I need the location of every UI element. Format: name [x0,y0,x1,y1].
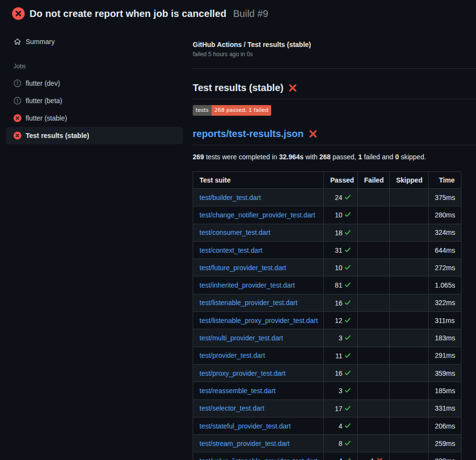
passed-value: 12 [335,317,342,324]
table-row: test/consumer_test.dart 18 324ms [193,224,461,241]
passed-cell: 12 [324,312,358,329]
page-title: Do not create report when job is cancell… [30,8,227,19]
failed-cell [358,276,390,294]
cross-mark-icon [308,129,318,138]
passed-count: 268 [320,153,331,161]
check-icon [344,229,351,236]
suite-link[interactable]: test/listenable_provider_test.dart [200,299,297,307]
time-cell: 302ms [429,452,461,460]
passed-cell: 10 [324,206,358,224]
summary-text: tests were completed in [204,153,279,161]
suite-cell: test/context_test.dart [193,241,324,259]
suite-link[interactable]: test/builder_test.dart [200,194,261,201]
home-icon [14,38,21,46]
passed-value: 24 [335,194,342,201]
passed-value: 10 [335,264,342,272]
report-file-link[interactable]: reports/test-results.json [193,127,304,140]
failed-cell [358,364,390,382]
passed-cell: 4 [324,452,358,460]
passed-value: 31 [335,246,342,254]
col-time: Time [429,172,461,189]
suite-link[interactable]: test/proxy_provider_test.dart [200,369,285,377]
suite-link[interactable]: test/future_provider_test.dart [200,264,286,272]
passed-cell: 17 [324,399,358,417]
suite-link[interactable]: test/stream_provider_test.dart [200,440,290,447]
x-icon [376,457,383,460]
failed-cell [358,189,390,206]
sidebar-item-summary[interactable]: Summary [6,33,183,50]
failed-cell [358,399,390,417]
table-row: test/proxy_provider_test.dart 16 359ms [193,364,461,382]
sidebar-item-flutter-stable[interactable]: flutter (stable) [6,109,183,127]
summary-text: skipped. [399,153,426,161]
stopped-octagon-icon [14,79,21,87]
sidebar-item-flutter-dev[interactable]: flutter (dev) [6,75,183,92]
time-cell: 185ms [429,382,461,399]
suite-link[interactable]: test/provider_test.dart [200,352,265,359]
suite-cell: test/future_provider_test.dart [193,259,324,276]
sidebar-item-label: Test results (stable) [26,132,89,139]
suite-link[interactable]: test/reassemble_test.dart [200,387,276,395]
col-passed: Passed [324,172,358,189]
summary-text: with [304,153,320,161]
table-row: test/inherited_provider_test.dart 81 1.0… [193,276,461,294]
passed-cell: 18 [324,224,358,241]
sidebar-item-flutter-beta[interactable]: flutter (beta) [6,92,183,109]
suite-cell: test/proxy_provider_test.dart [193,364,324,382]
time-cell: 280ms [429,206,461,224]
passed-cell: 81 [324,276,358,294]
table-row: test/change_notifier_provider_test.dart … [193,206,461,224]
skipped-cell [390,347,429,364]
sidebar: Summary Jobs flutter (dev) flutter (beta… [0,26,189,144]
time-cell: 359ms [429,364,461,382]
time-cell: 375ms [429,189,461,206]
passed-value: 10 [335,212,342,219]
check-icon [344,299,351,306]
skipped-cell [390,206,429,224]
skipped-cell [390,276,429,294]
check-icon [344,281,351,288]
check-icon [344,422,351,429]
passed-value: 8 [338,440,342,447]
tests-badge: tests 268 passed, 1 failed [193,105,271,116]
section-heading-text: Test results (stable) [193,81,283,94]
table-row: test/reassemble_test.dart 3 185ms [193,382,461,399]
time-cell: 259ms [429,435,461,452]
passed-cell: 24 [324,189,358,206]
failed-cell [358,312,390,329]
suite-link[interactable]: test/listenable_proxy_provider_test.dart [200,317,318,324]
suite-link[interactable]: test/context_test.dart [200,246,262,254]
suite-link[interactable]: test/inherited_provider_test.dart [200,281,295,289]
table-row: test/builder_test.dart 24 375ms [193,189,461,206]
divider [193,68,476,69]
table-header-row: Test suite Passed Failed Skipped Time [193,172,461,189]
suite-link[interactable]: test/multi_provider_test.dart [200,334,283,342]
table-row: test/provider_test.dart 11 291ms [193,347,461,364]
summary-sentence: 269 tests were completed in 32.964s with… [193,153,476,161]
suite-link[interactable]: test/value_listenable_provider_test.dart [200,457,318,460]
failed-value: 1 [370,458,374,460]
failed-cell [358,417,390,434]
check-icon [344,352,351,359]
time-cell: 206ms [429,417,461,434]
suite-link[interactable]: test/change_notifier_provider_test.dart [200,211,315,219]
passed-value: 17 [335,405,342,413]
failed-count: 1 [358,153,362,161]
suite-link[interactable]: test/stateful_provider_test.dart [200,422,291,430]
passed-cell: 4 [324,417,358,434]
table-row: test/future_provider_test.dart 10 272ms [193,259,461,276]
time-cell: 324ms [429,224,461,241]
skipped-cell [390,452,429,460]
time-cell: 322ms [429,294,461,311]
suite-link[interactable]: test/consumer_test.dart [200,229,270,236]
passed-cell: 16 [324,364,358,382]
passed-value: 18 [335,229,342,237]
check-run-header: Do not create report when job is cancell… [0,0,476,26]
suite-cell: test/listenable_provider_test.dart [193,294,324,311]
suite-link[interactable]: test/selector_test.dart [200,404,264,412]
passed-cell: 3 [324,382,358,399]
passed-value: 4 [338,422,342,430]
summary-text: passed, [331,153,358,161]
sidebar-item-test-results-stable[interactable]: Test results (stable) [6,127,183,144]
suite-cell: test/multi_provider_test.dart [193,329,324,347]
